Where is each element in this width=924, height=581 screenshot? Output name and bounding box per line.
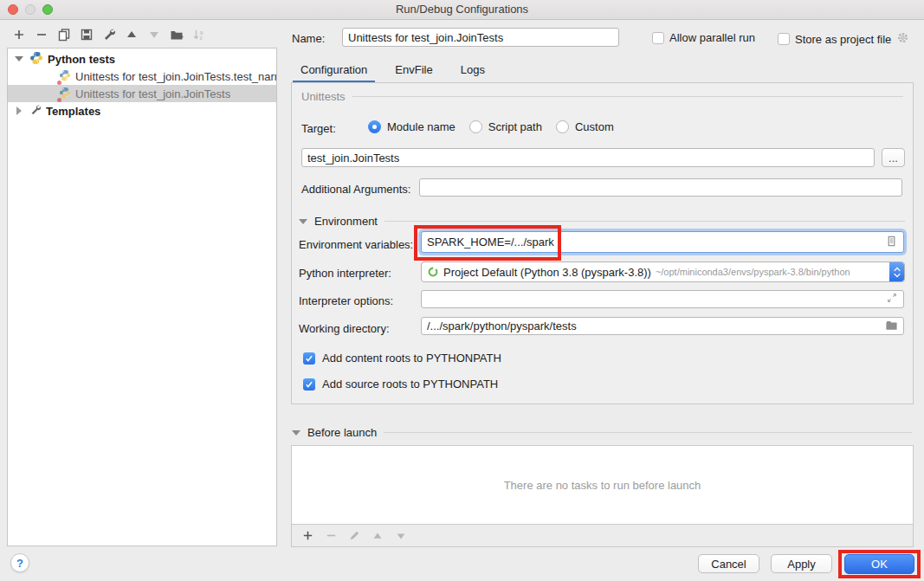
- window-title: Run/Debug Configurations: [0, 0, 924, 19]
- tree-item-templates[interactable]: Templates: [8, 102, 276, 119]
- edit-task-pencil-icon: [347, 529, 361, 543]
- run-debug-configurations-dialog: Run/Debug Configurations Python tests Un…: [0, 0, 924, 581]
- working-directory-field[interactable]: /.../spark/python/pyspark/tests: [421, 317, 904, 335]
- move-task-up-icon: [371, 529, 384, 543]
- tab-envfile[interactable]: EnvFile: [387, 59, 440, 83]
- folder-icon[interactable]: [885, 319, 898, 334]
- add-content-roots-option[interactable]: Add content roots to PYTHONPATH: [303, 352, 501, 365]
- browse-module-button[interactable]: ...: [882, 148, 905, 167]
- tree-item-test-narrow[interactable]: Unittests for test_join.JoinTests.test_n…: [8, 68, 276, 85]
- ok-button[interactable]: OK: [844, 554, 914, 574]
- python-interpreter-label: Python interpreter:: [299, 267, 391, 280]
- add-source-roots-option[interactable]: Add source roots to PYTHONPATH: [303, 378, 498, 391]
- module-name-radio-label[interactable]: Module name: [387, 120, 456, 133]
- configurations-toolbar: [12, 28, 206, 42]
- tree-item-python-tests[interactable]: Python tests: [8, 50, 276, 68]
- python-interpreter-value: Project Default (Python 3.8 (pyspark-3.8…: [443, 266, 651, 279]
- python-test-icon: [59, 87, 71, 101]
- before-launch-header[interactable]: Before launch: [292, 426, 912, 439]
- traffic-lights: [8, 4, 53, 15]
- titlebar: Run/Debug Configurations: [0, 0, 924, 20]
- additional-arguments-input[interactable]: [419, 178, 902, 197]
- collapse-arrow-icon[interactable]: [299, 219, 307, 224]
- remove-task-icon: [324, 529, 338, 543]
- target-label: Target:: [301, 122, 336, 135]
- environment-section-header[interactable]: Environment: [299, 215, 905, 228]
- edit-templates-wrench-icon[interactable]: [102, 28, 116, 42]
- name-label: Name:: [292, 32, 325, 45]
- conda-environment-icon: [427, 266, 439, 278]
- environment-variables-label: Environment variables:: [299, 238, 413, 251]
- expand-field-icon[interactable]: [886, 292, 898, 307]
- allow-parallel-run-label: Allow parallel run: [669, 31, 755, 44]
- module-name-radio[interactable]: [368, 120, 381, 133]
- add-source-roots-label: Add source roots to PYTHONPATH: [322, 378, 498, 391]
- before-launch-toolbar: [291, 525, 914, 547]
- add-icon[interactable]: [12, 28, 26, 42]
- edit-variables-list-icon[interactable]: [885, 235, 898, 250]
- add-content-roots-checkbox[interactable]: [303, 352, 315, 365]
- help-button[interactable]: ?: [10, 553, 29, 572]
- environment-variables-field[interactable]: SPARK_HOME=/.../spark: [421, 231, 904, 253]
- store-as-project-file-checkbox[interactable]: [778, 33, 790, 45]
- zoom-button[interactable]: [42, 4, 53, 15]
- before-launch-empty-message: There are no tasks to run before launch: [504, 479, 701, 492]
- before-launch-panel: There are no tasks to run before launch: [291, 445, 914, 525]
- python-test-icon: [59, 69, 71, 84]
- before-launch-title: Before launch: [307, 426, 377, 439]
- sort-alphabetically-icon: [192, 28, 206, 42]
- new-folder-icon[interactable]: [170, 28, 184, 42]
- script-path-radio-label[interactable]: Script path: [488, 120, 542, 133]
- python-interpreter-dropdown[interactable]: Project Default (Python 3.8 (pyspark-3.8…: [421, 261, 905, 282]
- gear-icon[interactable]: [896, 31, 909, 47]
- add-task-icon[interactable]: [300, 529, 314, 543]
- wrench-icon: [29, 104, 42, 119]
- custom-radio-label[interactable]: Custom: [575, 120, 614, 133]
- name-input[interactable]: [342, 28, 619, 47]
- apply-button[interactable]: Apply: [771, 554, 832, 573]
- move-down-icon: [147, 28, 161, 42]
- python-tests-icon: [29, 51, 43, 68]
- module-name-input[interactable]: [301, 148, 875, 167]
- copy-icon[interactable]: [57, 28, 71, 42]
- unittests-group-title: Unittests: [301, 90, 346, 103]
- minimize-button: [25, 4, 36, 15]
- store-as-project-file-label: Store as project file: [795, 33, 891, 46]
- custom-radio[interactable]: [556, 120, 569, 133]
- move-up-icon[interactable]: [125, 28, 139, 42]
- move-task-down-icon: [394, 529, 408, 543]
- script-path-radio[interactable]: [469, 120, 482, 133]
- tab-configuration[interactable]: Configuration: [293, 59, 375, 83]
- tab-bar: Configuration EnvFile Logs: [293, 59, 493, 83]
- allow-parallel-run-checkbox[interactable]: [652, 32, 664, 44]
- dropdown-stepper-icon[interactable]: [889, 262, 904, 281]
- unittests-group-header: Unittests: [301, 90, 903, 103]
- target-radio-group: Module name Script path Custom: [368, 120, 614, 133]
- python-interpreter-path: ~/opt/miniconda3/envs/pyspark-3.8/bin/py…: [656, 267, 850, 277]
- working-directory-label: Working directory:: [299, 322, 390, 335]
- close-button[interactable]: [8, 4, 18, 15]
- environment-section-title: Environment: [314, 215, 378, 228]
- remove-icon[interactable]: [35, 28, 48, 42]
- additional-arguments-label: Additional Arguments:: [301, 183, 410, 196]
- save-icon[interactable]: [80, 28, 94, 42]
- interpreter-options-label: Interpreter options:: [299, 294, 393, 307]
- collapse-arrow-icon[interactable]: [14, 54, 24, 64]
- configurations-tree: Python tests Unittests for test_join.Joi…: [7, 48, 277, 546]
- cancel-button[interactable]: Cancel: [698, 554, 759, 573]
- tab-logs[interactable]: Logs: [453, 59, 493, 83]
- environment-variables-value: SPARK_HOME=/.../spark: [427, 236, 885, 249]
- working-directory-value: /.../spark/python/pyspark/tests: [427, 320, 885, 332]
- store-as-project-file-option[interactable]: Store as project file: [778, 31, 909, 47]
- interpreter-options-field[interactable]: [421, 290, 904, 308]
- add-source-roots-checkbox[interactable]: [303, 378, 315, 391]
- collapse-arrow-icon[interactable]: [292, 430, 300, 436]
- expand-arrow-icon[interactable]: [14, 106, 24, 116]
- add-content-roots-label: Add content roots to PYTHONPATH: [322, 352, 501, 365]
- allow-parallel-run-option[interactable]: Allow parallel run: [652, 31, 755, 44]
- tree-item-jointests-selected[interactable]: Unittests for test_join.JoinTests: [8, 85, 276, 102]
